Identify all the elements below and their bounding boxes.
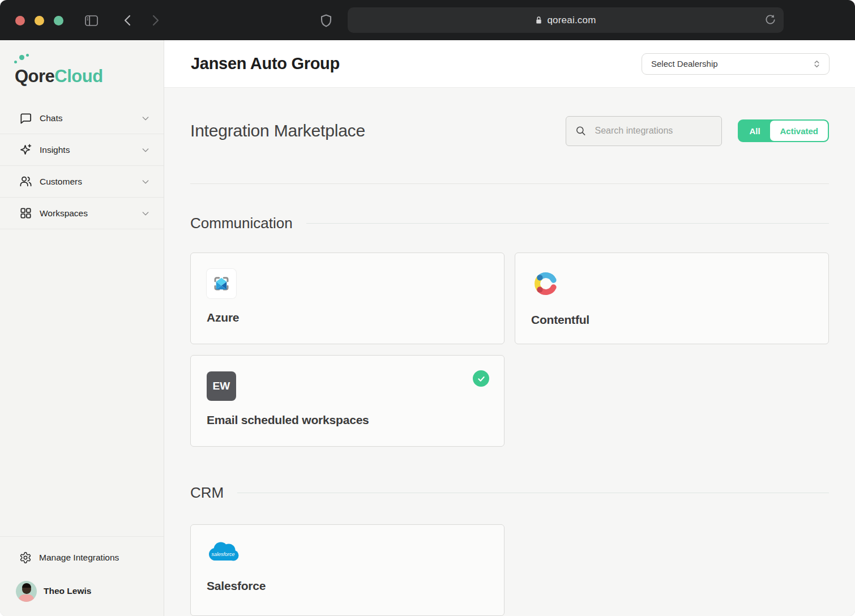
- ew-badge: EW: [207, 371, 236, 401]
- integration-name: Salesforce: [207, 579, 488, 593]
- section-crm: CRM: [190, 484, 829, 502]
- sidebar-item-label: Customers: [40, 177, 134, 187]
- browser-window: qoreai.com QoreCloud Chats: [0, 0, 855, 616]
- avatar: [16, 581, 37, 602]
- dealership-select[interactable]: Select Dealership: [642, 53, 830, 75]
- integration-card-azure[interactable]: Azure: [190, 253, 505, 344]
- chat-icon: [19, 112, 32, 125]
- section-divider: [190, 183, 829, 184]
- logo-dot: [26, 54, 29, 57]
- activated-check-icon: [473, 370, 489, 387]
- salesforce-icon: salesforce: [207, 541, 240, 564]
- azure-icon: [207, 269, 236, 298]
- logo-text-qore: Qore: [15, 66, 54, 87]
- app-logo: QoreCloud: [15, 54, 164, 87]
- main-area: Jansen Auto Group Select Dealership Inte…: [164, 40, 855, 616]
- reload-icon[interactable]: [764, 14, 776, 26]
- integration-name: Email scheduled workspaces: [207, 413, 488, 427]
- manage-integrations-label: Manage Integrations: [39, 553, 119, 563]
- forward-button-icon[interactable]: [152, 15, 160, 26]
- chevron-down-icon: [141, 209, 150, 218]
- gear-icon: [19, 551, 32, 564]
- chevron-down-icon: [141, 114, 150, 123]
- filter-activated-button[interactable]: Activated: [770, 121, 828, 141]
- page-header: Jansen Auto Group Select Dealership: [164, 40, 855, 88]
- marketplace-content: Integration Marketplace All Activated: [164, 88, 855, 616]
- sparkles-icon: [19, 143, 32, 156]
- sidebar-item-label: Workspaces: [40, 208, 134, 219]
- address-bar[interactable]: qoreai.com: [348, 7, 784, 33]
- browser-chrome: qoreai.com: [0, 0, 855, 40]
- sidebar-item-label: Chats: [40, 113, 134, 123]
- dealership-select-value: Select Dealership: [651, 59, 813, 69]
- user-name: Theo Lewis: [44, 586, 91, 596]
- logo-text-cloud: Cloud: [54, 66, 102, 87]
- sidebar-item-label: Insights: [40, 145, 134, 155]
- integration-grid: salesforce Salesforce: [190, 524, 829, 616]
- section-title: CRM: [190, 484, 224, 502]
- search-input[interactable]: [594, 125, 713, 136]
- users-icon: [19, 175, 32, 188]
- section-communication: Communication: [190, 215, 829, 232]
- select-chevrons-icon: [813, 59, 821, 69]
- filter-toggle: All Activated: [738, 119, 829, 142]
- sidebar-item-chats[interactable]: Chats: [0, 102, 164, 134]
- url-text: qoreai.com: [547, 15, 596, 26]
- sidebar-toggle-icon[interactable]: [85, 15, 98, 26]
- section-rule: [306, 223, 829, 224]
- close-window-button[interactable]: [15, 16, 25, 25]
- search-icon: [575, 125, 586, 137]
- window-controls: [15, 16, 63, 25]
- chevron-down-icon: [141, 146, 150, 155]
- marketplace-title: Integration Marketplace: [190, 121, 566, 140]
- privacy-shield-icon[interactable]: [320, 14, 332, 27]
- sidebar-footer: Manage Integrations Theo Lewis: [0, 536, 164, 616]
- minimize-window-button[interactable]: [35, 16, 44, 25]
- chevron-down-icon: [141, 177, 150, 186]
- manage-integrations-button[interactable]: Manage Integrations: [0, 545, 164, 571]
- sidebar-item-workspaces[interactable]: Workspaces: [0, 198, 164, 229]
- integration-name: Azure: [207, 311, 488, 324]
- logo-dot: [19, 55, 24, 60]
- page-title: Jansen Auto Group: [191, 54, 642, 73]
- zoom-window-button[interactable]: [54, 16, 63, 25]
- integration-card-salesforce[interactable]: salesforce Salesforce: [190, 524, 505, 616]
- user-profile-button[interactable]: Theo Lewis: [0, 580, 164, 602]
- svg-text:salesforce: salesforce: [211, 551, 234, 557]
- sidebar-item-insights[interactable]: Insights: [0, 134, 164, 166]
- sidebar: QoreCloud Chats Insi: [0, 40, 164, 616]
- integration-name: Contentful: [531, 313, 813, 327]
- back-button-icon[interactable]: [123, 15, 131, 26]
- filter-all-button[interactable]: All: [739, 121, 770, 141]
- integration-card-contentful[interactable]: Contentful: [515, 253, 829, 344]
- logo-dot: [14, 61, 17, 63]
- lock-icon: [535, 16, 542, 24]
- integration-grid: Azure Contentful EW: [190, 253, 829, 447]
- contentful-icon: [531, 269, 561, 298]
- section-rule: [237, 493, 829, 493]
- search-box: [566, 116, 722, 146]
- grid-icon: [19, 207, 32, 220]
- integration-card-email-scheduled-workspaces[interactable]: EW Email scheduled workspaces: [190, 355, 505, 447]
- section-title: Communication: [190, 215, 293, 232]
- sidebar-nav: Chats Insights: [0, 102, 164, 229]
- sidebar-item-customers[interactable]: Customers: [0, 166, 164, 198]
